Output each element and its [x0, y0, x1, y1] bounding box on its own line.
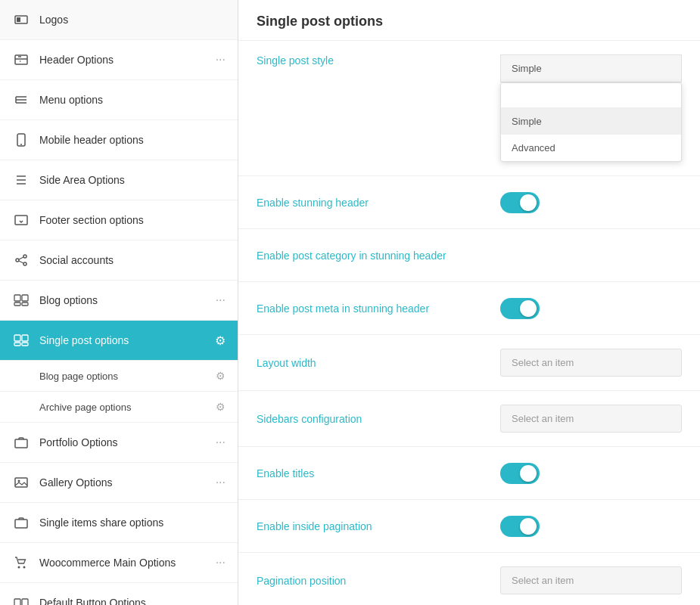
sidebars-config-label: Sidebars configuration [257, 413, 500, 425]
enable-post-meta-toggle[interactable] [500, 298, 540, 319]
blog-icon [12, 291, 30, 309]
option-row-single-post-style: Single post style Simple Simple Advanced [238, 41, 700, 176]
svg-rect-22 [22, 302, 28, 306]
toggle-thumb-pagination [520, 518, 537, 535]
pagination-position-control[interactable]: Select an item [500, 566, 682, 594]
enable-titles-label: Enable titles [257, 467, 500, 479]
toggle-track [500, 192, 540, 213]
sidebar-item-default-btn-label: Default Button Options [39, 597, 226, 605]
pagination-position-label: Pagination position [257, 575, 500, 587]
svg-rect-1 [17, 17, 20, 22]
archive-page-label: Archive page options [39, 402, 216, 413]
pagination-position-select[interactable]: Select an item [500, 566, 682, 594]
toggle-track-titles [500, 463, 540, 484]
mobile-header-icon [12, 131, 30, 149]
svg-rect-34 [22, 599, 28, 605]
single-post-style-trigger[interactable]: Simple [500, 54, 682, 82]
single-post-style-label: Single post style [257, 54, 500, 67]
svg-rect-30 [15, 520, 27, 528]
svg-point-32 [23, 566, 26, 569]
dropdown-search-input[interactable] [509, 90, 674, 101]
sidebar-item-menu-options[interactable]: Menu options [0, 80, 238, 120]
sidebar-item-mobile-label: Mobile header options [39, 134, 226, 146]
enable-pagination-label: Enable inside pagination [257, 520, 500, 532]
share-icon [12, 513, 30, 532]
svg-rect-33 [14, 599, 20, 605]
sidebar-sub-archive-page[interactable]: Archive page options ⚙ [0, 392, 238, 423]
sidebars-config-control[interactable]: Select an item [500, 405, 682, 433]
toggle-thumb-meta [520, 300, 537, 317]
svg-rect-24 [22, 335, 28, 341]
sidebar-item-blog[interactable]: Blog options ··· [0, 281, 238, 321]
option-row-layout-width: Layout width Select an item [238, 335, 700, 391]
svg-point-29 [18, 480, 20, 482]
single-post-gear-icon[interactable]: ⚙ [215, 334, 226, 348]
option-row-sidebars-config: Sidebars configuration Select an item [238, 391, 700, 447]
enable-titles-toggle[interactable] [500, 463, 540, 484]
woo-dots[interactable]: ··· [216, 556, 226, 569]
dropdown-option-advanced[interactable]: Advanced [501, 135, 681, 161]
layout-width-select[interactable]: Select an item [500, 349, 682, 377]
sidebar-item-default-button[interactable]: Default Button Options [0, 583, 238, 605]
sidebar-item-share-label: Single items share options [39, 517, 226, 529]
sidebar-item-single-post[interactable]: Single post options ⚙ [0, 321, 238, 361]
svg-point-14 [16, 259, 19, 262]
sidebar-item-social-label: Social accounts [39, 254, 226, 266]
blog-options-dots[interactable]: ··· [216, 293, 226, 307]
gallery-dots[interactable]: ··· [216, 476, 226, 489]
sidebar-item-blog-label: Blog options [39, 294, 216, 306]
sidebar-sub-blog-page[interactable]: Blog page options ⚙ [0, 361, 238, 392]
single-post-icon [12, 331, 30, 349]
footer-icon [12, 211, 30, 229]
svg-rect-13 [15, 216, 27, 225]
toggle-thumb [520, 194, 537, 211]
enable-stunning-header-label: Enable stunning header [257, 197, 500, 209]
sidebar-item-social[interactable]: Social accounts [0, 240, 238, 281]
sidebar-item-woo-label: Woocommerce Main Options [39, 557, 216, 569]
sidebar-item-side-area-label: Side Area Options [39, 174, 226, 186]
page-title: Single post options [257, 14, 682, 29]
sidebar-item-footer[interactable]: Footer section options [0, 200, 238, 240]
sidebar: Logos Header Options ··· Menu options [0, 0, 238, 605]
sidebar-item-mobile-header[interactable]: Mobile header options [0, 120, 238, 160]
svg-point-16 [23, 262, 26, 265]
toggle-thumb-titles [520, 465, 537, 482]
sidebar-item-woocommerce[interactable]: Woocommerce Main Options ··· [0, 543, 238, 583]
logos-icon [12, 11, 30, 29]
side-area-icon [12, 171, 30, 189]
social-icon [12, 251, 30, 269]
enable-pagination-control [500, 516, 682, 537]
sidebar-item-header-options[interactable]: Header Options ··· [0, 40, 238, 80]
enable-pagination-toggle[interactable] [500, 516, 540, 537]
svg-line-18 [19, 261, 23, 263]
portfolio-dots[interactable]: ··· [216, 436, 226, 449]
svg-point-9 [20, 144, 22, 145]
sidebar-item-share[interactable]: Single items share options [0, 503, 238, 543]
option-row-enable-titles: Enable titles [238, 447, 700, 500]
dropdown-option-simple[interactable]: Simple [501, 108, 681, 135]
sidebar-item-gallery-label: Gallery Options [39, 476, 216, 489]
sidebar-item-portfolio[interactable]: Portfolio Options ··· [0, 423, 238, 463]
svg-rect-27 [15, 439, 27, 448]
sidebars-config-select[interactable]: Select an item [500, 405, 682, 433]
sidebar-item-single-post-label: Single post options [39, 334, 215, 346]
blog-page-gear-icon[interactable]: ⚙ [216, 370, 226, 382]
main-header: Single post options [238, 0, 700, 41]
dropdown-search-area[interactable] [501, 83, 681, 108]
archive-page-gear-icon[interactable]: ⚙ [216, 401, 226, 413]
svg-rect-23 [14, 335, 20, 341]
option-row-enable-stunning-header: Enable stunning header [238, 176, 700, 229]
header-options-dots[interactable]: ··· [216, 53, 226, 67]
option-row-enable-post-meta: Enable post meta in stunning header [238, 282, 700, 335]
single-post-style-dropdown-open: Simple Advanced [500, 82, 682, 162]
sidebar-item-logos[interactable]: Logos [0, 0, 238, 40]
layout-width-control[interactable]: Select an item [500, 349, 682, 377]
enable-stunning-header-toggle[interactable] [500, 192, 540, 213]
svg-rect-26 [22, 343, 28, 346]
sidebar-item-side-area[interactable]: Side Area Options [0, 160, 238, 200]
gallery-icon [12, 473, 30, 492]
single-post-style-dropdown[interactable]: Simple Simple Advanced [500, 54, 682, 162]
main-content: Single post options Single post style Si… [238, 0, 700, 605]
enable-post-meta-label: Enable post meta in stunning header [257, 302, 500, 315]
sidebar-item-gallery[interactable]: Gallery Options ··· [0, 463, 238, 503]
